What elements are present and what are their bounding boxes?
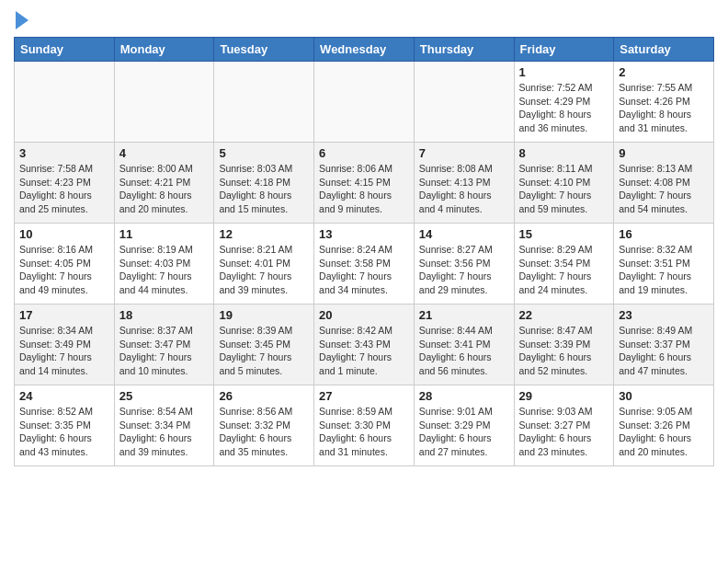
day-info: Sunrise: 8:54 AM Sunset: 3:34 PM Dayligh… bbox=[119, 405, 210, 459]
day-number: 23 bbox=[619, 308, 709, 322]
day-info: Sunrise: 8:34 AM Sunset: 3:49 PM Dayligh… bbox=[19, 324, 109, 378]
day-number: 30 bbox=[619, 389, 709, 403]
day-number: 4 bbox=[119, 146, 210, 160]
day-info: Sunrise: 8:11 AM Sunset: 4:10 PM Dayligh… bbox=[519, 162, 609, 216]
calendar-cell: 5Sunrise: 8:03 AM Sunset: 4:18 PM Daylig… bbox=[214, 143, 314, 224]
day-number: 14 bbox=[419, 227, 509, 241]
calendar-cell: 21Sunrise: 8:44 AM Sunset: 3:41 PM Dayli… bbox=[414, 304, 514, 385]
day-info: Sunrise: 8:06 AM Sunset: 4:15 PM Dayligh… bbox=[319, 162, 409, 216]
calendar-cell: 26Sunrise: 8:56 AM Sunset: 3:32 PM Dayli… bbox=[214, 385, 314, 466]
page-header bbox=[14, 9, 714, 29]
calendar-header-sunday: Sunday bbox=[15, 38, 115, 62]
calendar-week-1: 1Sunrise: 7:52 AM Sunset: 4:29 PM Daylig… bbox=[15, 62, 714, 143]
day-info: Sunrise: 9:03 AM Sunset: 3:27 PM Dayligh… bbox=[519, 405, 609, 459]
day-info: Sunrise: 8:03 AM Sunset: 4:18 PM Dayligh… bbox=[219, 162, 309, 216]
calendar-header-row: SundayMondayTuesdayWednesdayThursdayFrid… bbox=[15, 38, 714, 62]
calendar-cell bbox=[114, 62, 214, 143]
day-number: 21 bbox=[419, 308, 509, 322]
day-number: 15 bbox=[519, 227, 609, 241]
day-info: Sunrise: 8:44 AM Sunset: 3:41 PM Dayligh… bbox=[419, 324, 509, 378]
day-info: Sunrise: 8:19 AM Sunset: 4:03 PM Dayligh… bbox=[119, 243, 210, 297]
day-number: 8 bbox=[519, 146, 609, 160]
calendar-header-wednesday: Wednesday bbox=[314, 38, 415, 62]
calendar-cell: 19Sunrise: 8:39 AM Sunset: 3:45 PM Dayli… bbox=[214, 304, 314, 385]
calendar-cell: 23Sunrise: 8:49 AM Sunset: 3:37 PM Dayli… bbox=[614, 304, 714, 385]
calendar-cell: 14Sunrise: 8:27 AM Sunset: 3:56 PM Dayli… bbox=[414, 224, 514, 304]
day-info: Sunrise: 8:21 AM Sunset: 4:01 PM Dayligh… bbox=[219, 243, 309, 297]
calendar-cell bbox=[414, 62, 514, 143]
day-info: Sunrise: 8:49 AM Sunset: 3:37 PM Dayligh… bbox=[619, 324, 709, 378]
calendar-cell: 29Sunrise: 9:03 AM Sunset: 3:27 PM Dayli… bbox=[514, 385, 614, 466]
calendar-cell: 4Sunrise: 8:00 AM Sunset: 4:21 PM Daylig… bbox=[114, 143, 214, 224]
day-info: Sunrise: 8:52 AM Sunset: 3:35 PM Dayligh… bbox=[19, 405, 109, 459]
day-info: Sunrise: 8:08 AM Sunset: 4:13 PM Dayligh… bbox=[419, 162, 509, 216]
day-info: Sunrise: 9:01 AM Sunset: 3:29 PM Dayligh… bbox=[419, 405, 509, 459]
calendar-cell: 12Sunrise: 8:21 AM Sunset: 4:01 PM Dayli… bbox=[214, 224, 314, 304]
calendar-header-monday: Monday bbox=[114, 38, 214, 62]
day-number: 13 bbox=[319, 227, 409, 241]
day-info: Sunrise: 8:42 AM Sunset: 3:43 PM Dayligh… bbox=[319, 324, 409, 378]
calendar-header-tuesday: Tuesday bbox=[214, 38, 314, 62]
calendar-cell: 24Sunrise: 8:52 AM Sunset: 3:35 PM Dayli… bbox=[15, 385, 115, 466]
day-number: 6 bbox=[319, 146, 409, 160]
day-info: Sunrise: 8:47 AM Sunset: 3:39 PM Dayligh… bbox=[519, 324, 609, 378]
day-number: 26 bbox=[219, 389, 309, 403]
day-number: 29 bbox=[519, 389, 609, 403]
calendar-header-thursday: Thursday bbox=[414, 38, 514, 62]
day-number: 25 bbox=[119, 389, 210, 403]
calendar-cell: 28Sunrise: 9:01 AM Sunset: 3:29 PM Dayli… bbox=[414, 385, 514, 466]
day-info: Sunrise: 7:52 AM Sunset: 4:29 PM Dayligh… bbox=[519, 81, 609, 135]
calendar-cell: 20Sunrise: 8:42 AM Sunset: 3:43 PM Dayli… bbox=[314, 304, 415, 385]
day-info: Sunrise: 8:39 AM Sunset: 3:45 PM Dayligh… bbox=[219, 324, 309, 378]
calendar-cell: 10Sunrise: 8:16 AM Sunset: 4:05 PM Dayli… bbox=[15, 224, 115, 304]
calendar-table: SundayMondayTuesdayWednesdayThursdayFrid… bbox=[14, 37, 714, 466]
calendar-cell: 1Sunrise: 7:52 AM Sunset: 4:29 PM Daylig… bbox=[514, 62, 614, 143]
day-number: 28 bbox=[419, 389, 509, 403]
day-number: 19 bbox=[219, 308, 309, 322]
day-info: Sunrise: 7:58 AM Sunset: 4:23 PM Dayligh… bbox=[19, 162, 109, 216]
day-info: Sunrise: 8:16 AM Sunset: 4:05 PM Dayligh… bbox=[19, 243, 109, 297]
calendar-week-2: 3Sunrise: 7:58 AM Sunset: 4:23 PM Daylig… bbox=[15, 143, 714, 224]
day-number: 24 bbox=[19, 389, 109, 403]
calendar-cell: 27Sunrise: 8:59 AM Sunset: 3:30 PM Dayli… bbox=[314, 385, 415, 466]
calendar-week-5: 24Sunrise: 8:52 AM Sunset: 3:35 PM Dayli… bbox=[15, 385, 714, 466]
day-number: 27 bbox=[319, 389, 409, 403]
day-number: 11 bbox=[119, 227, 210, 241]
day-number: 1 bbox=[519, 65, 609, 79]
logo-arrow-icon bbox=[16, 11, 28, 29]
calendar-week-4: 17Sunrise: 8:34 AM Sunset: 3:49 PM Dayli… bbox=[15, 304, 714, 385]
calendar-header-saturday: Saturday bbox=[614, 38, 714, 62]
calendar-cell: 13Sunrise: 8:24 AM Sunset: 3:58 PM Dayli… bbox=[314, 224, 415, 304]
calendar-cell: 6Sunrise: 8:06 AM Sunset: 4:15 PM Daylig… bbox=[314, 143, 415, 224]
calendar-cell: 7Sunrise: 8:08 AM Sunset: 4:13 PM Daylig… bbox=[414, 143, 514, 224]
calendar-cell: 22Sunrise: 8:47 AM Sunset: 3:39 PM Dayli… bbox=[514, 304, 614, 385]
calendar-cell: 30Sunrise: 9:05 AM Sunset: 3:26 PM Dayli… bbox=[614, 385, 714, 466]
calendar-cell bbox=[314, 62, 415, 143]
calendar-cell bbox=[214, 62, 314, 143]
day-info: Sunrise: 8:32 AM Sunset: 3:51 PM Dayligh… bbox=[619, 243, 709, 297]
day-number: 7 bbox=[419, 146, 509, 160]
calendar-cell: 3Sunrise: 7:58 AM Sunset: 4:23 PM Daylig… bbox=[15, 143, 115, 224]
day-number: 2 bbox=[619, 65, 709, 79]
day-number: 9 bbox=[619, 146, 709, 160]
day-number: 3 bbox=[19, 146, 109, 160]
calendar-cell: 2Sunrise: 7:55 AM Sunset: 4:26 PM Daylig… bbox=[614, 62, 714, 143]
calendar-cell: 9Sunrise: 8:13 AM Sunset: 4:08 PM Daylig… bbox=[614, 143, 714, 224]
day-info: Sunrise: 8:13 AM Sunset: 4:08 PM Dayligh… bbox=[619, 162, 709, 216]
day-info: Sunrise: 8:27 AM Sunset: 3:56 PM Dayligh… bbox=[419, 243, 509, 297]
calendar-cell: 25Sunrise: 8:54 AM Sunset: 3:34 PM Dayli… bbox=[114, 385, 214, 466]
day-info: Sunrise: 8:56 AM Sunset: 3:32 PM Dayligh… bbox=[219, 405, 309, 459]
calendar-cell: 17Sunrise: 8:34 AM Sunset: 3:49 PM Dayli… bbox=[15, 304, 115, 385]
day-info: Sunrise: 8:00 AM Sunset: 4:21 PM Dayligh… bbox=[119, 162, 210, 216]
day-info: Sunrise: 8:59 AM Sunset: 3:30 PM Dayligh… bbox=[319, 405, 409, 459]
day-info: Sunrise: 8:37 AM Sunset: 3:47 PM Dayligh… bbox=[119, 324, 210, 378]
day-number: 10 bbox=[19, 227, 109, 241]
calendar-cell: 8Sunrise: 8:11 AM Sunset: 4:10 PM Daylig… bbox=[514, 143, 614, 224]
day-number: 20 bbox=[319, 308, 409, 322]
day-number: 12 bbox=[219, 227, 309, 241]
calendar-week-3: 10Sunrise: 8:16 AM Sunset: 4:05 PM Dayli… bbox=[15, 224, 714, 304]
day-number: 17 bbox=[19, 308, 109, 322]
day-number: 5 bbox=[219, 146, 309, 160]
day-info: Sunrise: 7:55 AM Sunset: 4:26 PM Dayligh… bbox=[619, 81, 709, 135]
day-number: 22 bbox=[519, 308, 609, 322]
